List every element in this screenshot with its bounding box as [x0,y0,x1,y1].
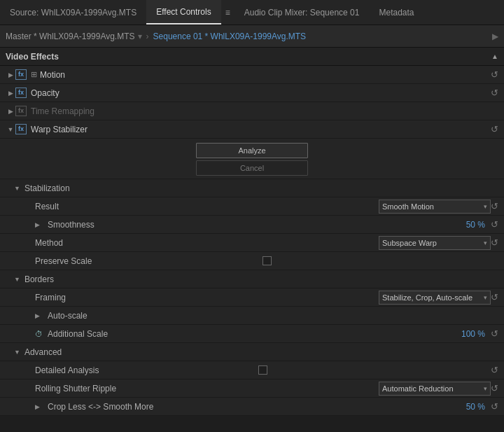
crop-less-expand-toggle[interactable]: ▶ [35,403,45,410]
breadcrumb-separator: › [146,32,149,41]
crop-less-reset-icon[interactable]: ↺ [491,401,498,412]
opacity-expand-toggle[interactable]: ▶ [6,90,15,97]
auto-scale-prop-label: Auto-scale [48,311,273,321]
rolling-shutter-dropdown-arrow: ▾ [484,385,487,392]
preserve-scale-prop-label: Preserve Scale [35,256,262,266]
method-reset-icon[interactable]: ↺ [491,237,498,248]
prop-row-smoothness: ▶ Smoothness 50 % ↺ [0,216,504,234]
advanced-collapse-toggle[interactable]: ▼ [14,349,20,356]
time-remapping-expand-toggle[interactable]: ▶ [6,108,15,115]
additional-scale-reset-icon[interactable]: ↺ [491,328,498,339]
borders-label: Borders [24,274,54,284]
prop-row-result: Result Smooth Motion ▾ ↺ [0,197,504,216]
rolling-shutter-reset-icon[interactable]: ↺ [491,383,498,393]
effect-row-motion[interactable]: ▶ fx ⊞ Motion ↺ [0,66,504,84]
warp-stabilizer-fx-badge: fx [15,124,27,134]
warp-stabilizer-expand-toggle[interactable]: ▼ [6,126,15,133]
borders-collapse-toggle[interactable]: ▼ [14,276,20,283]
advanced-label: Advanced [24,347,62,357]
result-reset-icon[interactable]: ↺ [491,201,498,211]
breadcrumb-master[interactable]: Master * WhlLX09A-1999Avg.MTS ▾ [6,32,142,41]
result-dropdown[interactable]: Smooth Motion ▾ [379,200,491,214]
smoothness-prop-label: Smoothness [48,220,466,230]
motion-transform-icon: ⊞ [31,70,37,79]
borders-section-header[interactable]: ▼ Borders [0,270,504,288]
time-remapping-effect-label: Time Remapping [31,106,498,116]
detailed-analysis-prop-label: Detailed Analysis [35,365,258,375]
effect-row-time-remapping[interactable]: ▶ fx Time Remapping [0,102,504,120]
prop-row-method: Method Subspace Warp ▾ ↺ [0,234,504,252]
tab-effect-controls[interactable]: Effect Controls [146,0,220,25]
method-prop-label: Method [35,238,379,248]
detailed-analysis-reset-icon[interactable]: ↺ [491,365,498,375]
detailed-analysis-checkbox[interactable] [258,365,267,375]
video-effects-section-header: Video Effects ▲ [0,48,504,66]
prop-row-preserve-scale: Preserve Scale [0,252,504,270]
crop-less-value[interactable]: 50 % [466,402,485,412]
breadcrumb-bar: Master * WhlLX09A-1999Avg.MTS ▾ › Sequen… [0,25,504,48]
cancel-button[interactable]: Cancel [196,160,308,176]
prop-row-crop-less: ▶ Crop Less <-> Smooth More 50 % ↺ [0,398,504,416]
result-dropdown-arrow: ▾ [484,203,487,210]
effect-row-opacity[interactable]: ▶ fx Opacity ↺ [0,84,504,102]
analyze-button[interactable]: Analyze [196,143,308,158]
stabilization-section-header[interactable]: ▼ Stabilization [0,179,504,197]
framing-reset-icon[interactable]: ↺ [491,292,498,302]
opacity-reset-button[interactable]: ↺ [491,88,498,98]
tab-audio-clip-mixer[interactable]: Audio Clip Mixer: Sequence 01 [234,0,370,25]
opacity-fx-badge: fx [15,88,27,98]
smoothness-value[interactable]: 50 % [466,220,485,230]
tab-source[interactable]: Source: WhlLX09A-1999Avg.MTS [0,0,146,25]
method-dropdown-arrow: ▾ [484,239,487,246]
effects-panel-content: Video Effects ▲ ▶ fx ⊞ Motion ↺ ▶ fx Opa… [0,48,504,432]
smoothness-expand-toggle[interactable]: ▶ [35,221,45,228]
time-remapping-fx-badge: fx [15,106,27,116]
video-effects-collapse-icon[interactable]: ▲ [491,53,498,60]
framing-dropdown-arrow: ▾ [484,294,487,301]
motion-reset-button[interactable]: ↺ [491,69,498,80]
prop-row-additional-scale: ⏱ Additional Scale 100 % ↺ [0,325,504,343]
prop-row-rolling-shutter-ripple: Rolling Shutter Ripple Automatic Reducti… [0,379,504,398]
crop-less-prop-label: Crop Less <-> Smooth More [48,402,466,412]
additional-scale-prop-label: Additional Scale [48,329,461,339]
motion-fx-badge: fx [15,69,27,80]
motion-effect-label: Motion [40,70,491,80]
prop-row-auto-scale: ▶ Auto-scale [0,307,504,325]
additional-scale-clock-icon: ⏱ [35,330,45,338]
effect-row-warp-stabilizer[interactable]: ▼ fx Warp Stabilizer ↺ [0,120,504,139]
smoothness-reset-icon[interactable]: ↺ [491,219,498,230]
result-prop-label: Result [35,202,379,211]
stabilization-label: Stabilization [24,183,70,193]
opacity-effect-label: Opacity [31,88,491,98]
motion-expand-toggle[interactable]: ▶ [6,71,15,78]
breadcrumb-master-chevron: ▾ [138,32,142,41]
stabilization-collapse-toggle[interactable]: ▼ [14,185,20,192]
prop-row-framing: Framing Stabilize, Crop, Auto-scale ▾ ↺ [0,288,504,307]
header-tab-bar: Source: WhlLX09A-1999Avg.MTS Effect Cont… [0,0,504,25]
auto-scale-expand-toggle[interactable]: ▶ [35,312,45,319]
rolling-shutter-prop-label: Rolling Shutter Ripple [35,384,379,393]
advanced-section-header[interactable]: ▼ Advanced [0,343,504,361]
warp-stabilizer-reset-button[interactable]: ↺ [491,124,498,134]
framing-dropdown[interactable]: Stabilize, Crop, Auto-scale ▾ [379,291,491,305]
additional-scale-value[interactable]: 100 % [461,329,485,339]
method-dropdown[interactable]: Subspace Warp ▾ [379,236,491,250]
analyze-cancel-section: Analyze Cancel [0,139,504,179]
warp-stabilizer-effect-label: Warp Stabilizer [31,125,491,134]
preserve-scale-checkbox[interactable] [262,256,272,265]
tab-menu-icon[interactable]: ≡ [221,0,234,25]
tab-metadata[interactable]: Metadata [369,0,424,25]
breadcrumb-end-arrow: ▶ [492,32,498,41]
prop-row-detailed-analysis: Detailed Analysis ↺ [0,361,504,379]
framing-prop-label: Framing [35,293,379,302]
rolling-shutter-dropdown[interactable]: Automatic Reduction ▾ [379,382,491,396]
breadcrumb-sequence[interactable]: Sequence 01 * WhlLX09A-1999Avg.MTS [153,32,307,41]
